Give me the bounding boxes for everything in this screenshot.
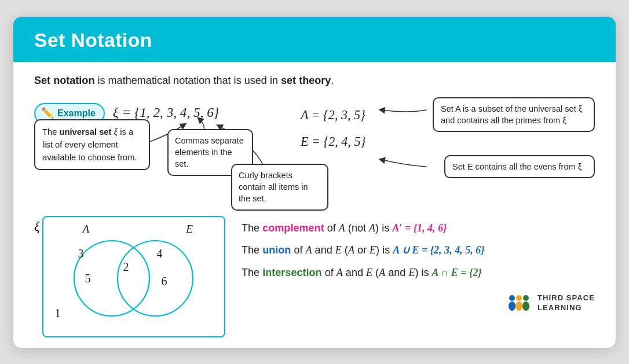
annotation-curly: Curly brackets contain all items in the … — [231, 164, 328, 211]
logo-name: THIRD SPACE — [537, 293, 595, 303]
logo-text: THIRD SPACE LEARNING — [537, 293, 595, 312]
card: Set Notation Set notation is mathematica… — [13, 17, 616, 348]
svg-point-4 — [516, 295, 522, 301]
svg-point-7 — [522, 302, 529, 311]
venn-diagram: ξ A E 3 — [34, 216, 225, 337]
intersection-label: intersection — [262, 267, 321, 278]
content-area: Set notation is mathematical notation th… — [13, 62, 616, 348]
intro-paragraph: Set notation is mathematical notation th… — [34, 75, 595, 87]
svg-point-2 — [509, 295, 515, 301]
complement-line: The complement of A (not A) is A′ = {1, … — [242, 219, 595, 237]
venn-num-2: 2 — [123, 260, 129, 274]
union-text: of A and E (A or E) is — [291, 244, 393, 256]
intersection-text: of A and E (A and E) is — [322, 267, 432, 278]
complement-text: of A (not A) is — [324, 222, 393, 234]
intro-text-end: . — [331, 75, 334, 86]
svg-point-1 — [118, 241, 193, 316]
annotations-area: ✏️ Example ξ = {1, 2, 3, 4, 5, 6} A = {2… — [34, 97, 595, 210]
venn-num-1: 1 — [55, 307, 61, 320]
venn-box: A E 3 5 — [42, 216, 225, 337]
intro-bold-2: set theory — [281, 75, 331, 86]
annotation-set-a: Set A is a subset of the universal set ξ… — [433, 97, 595, 133]
venn-num-6: 6 — [162, 275, 167, 288]
intro-bold-1: Set notation — [34, 75, 94, 86]
page-title: Set Notation — [34, 30, 595, 52]
intro-text-middle: is mathematical notation that is used in — [94, 75, 281, 86]
svg-point-6 — [523, 295, 529, 301]
complement-math: A′ = {1, 4, 6} — [392, 222, 447, 234]
logo-area: THIRD SPACE LEARNING — [242, 292, 595, 313]
set-e-expr: E = {2, 4, 5} — [301, 128, 365, 155]
venn-xi-outer: ξ — [34, 219, 40, 234]
venn-num-5: 5 — [85, 272, 91, 285]
xi-set-expression: ξ = {1, 2, 3, 4, 5, 6} — [113, 105, 219, 120]
svg-point-3 — [509, 302, 515, 311]
annotation-set-e: Set E contains all the evens from ξ — [444, 155, 595, 178]
annotation-universal: The universal set ξ is a list of every e… — [34, 119, 150, 170]
venn-num-4: 4 — [157, 247, 163, 260]
set-a-expr: A = {2, 3, 5} — [301, 102, 365, 128]
intersection-line: The intersection of A and E (A and E) is… — [242, 264, 595, 282]
results-section: The complement of A (not A) is A′ = {1, … — [242, 216, 595, 313]
sets-ae: A = {2, 3, 5} E = {2, 4, 5} — [301, 102, 365, 156]
bottom-area: ξ A E 3 — [34, 216, 595, 337]
union-math: A ∪ E = {2, 3, 4, 5, 6} — [393, 244, 484, 256]
venn-num-3: 3 — [78, 247, 84, 260]
logo-sub: LEARNING — [537, 303, 595, 312]
union-label: union — [262, 244, 291, 256]
svg-point-5 — [515, 302, 522, 311]
pencil-icon: ✏️ — [41, 107, 54, 119]
union-line: The union of A and E (A or E) is A ∪ E =… — [242, 241, 595, 259]
complement-label: complement — [262, 222, 324, 234]
header: Set Notation — [13, 17, 616, 62]
example-label: Example — [57, 108, 96, 119]
intersection-math: A ∩ E = {2} — [432, 267, 482, 278]
tsl-logo-icon — [506, 292, 532, 313]
